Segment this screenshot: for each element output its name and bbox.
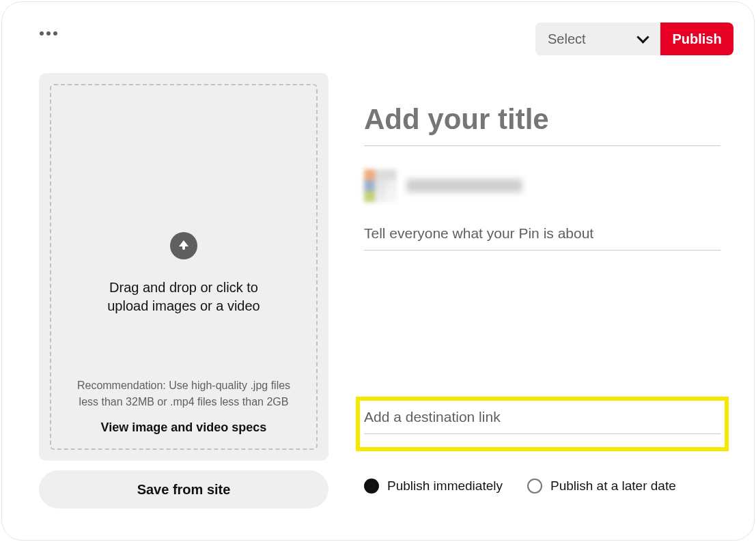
upload-specs-link[interactable]: View image and video specs [51,420,316,435]
board-select-dropdown[interactable]: Select [535,23,660,55]
title-input[interactable] [364,103,720,146]
publish-button[interactable]: Publish [660,23,733,55]
pin-builder: Select Publish Drag and drop or click to… [1,1,755,541]
chevron-down-icon [637,33,648,44]
upload-icon [170,232,197,259]
publish-immediately-label: Publish immediately [387,479,503,494]
upload-instructions: Drag and drop or click to upload images … [95,279,272,315]
top-bar: Select Publish [2,23,754,55]
save-from-site-button[interactable]: Save from site [39,470,328,509]
board-select-label: Select [548,31,637,47]
upload-card: Drag and drop or click to upload images … [39,73,328,461]
author-row [364,169,720,202]
upload-recommendation: Recommendation: Use high-quality .jpg fi… [51,377,316,410]
radio-selected-icon [364,479,379,494]
publish-immediately-option[interactable]: Publish immediately [364,479,503,494]
publish-later-option[interactable]: Publish at a later date [527,479,676,494]
publish-later-label: Publish at a later date [550,479,676,494]
avatar [364,169,397,202]
upload-dropzone[interactable]: Drag and drop or click to upload images … [50,84,318,450]
description-input[interactable] [364,225,720,251]
publish-options: Publish immediately Publish at a later d… [364,479,726,494]
radio-unselected-icon [527,479,542,494]
destination-link-input[interactable] [364,409,720,434]
author-name-redacted [406,179,522,192]
pin-form [364,103,720,251]
more-options-icon[interactable] [40,31,57,35]
